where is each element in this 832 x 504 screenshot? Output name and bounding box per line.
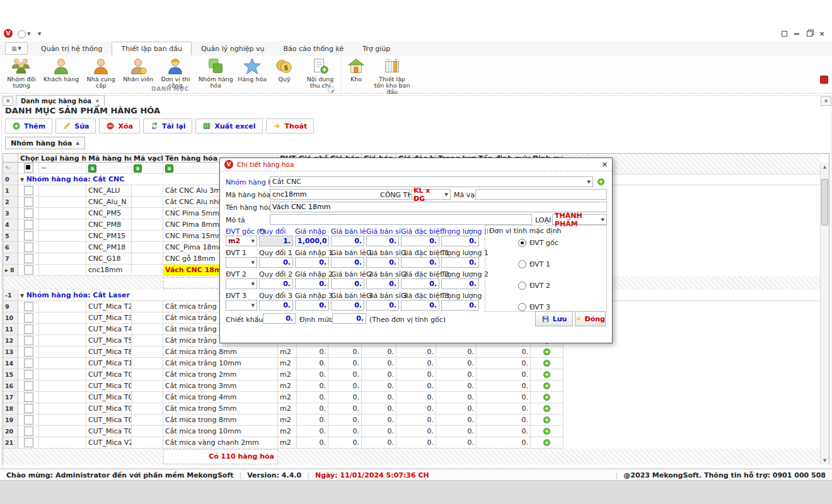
row-checkbox[interactable] xyxy=(24,404,33,413)
unit-combo-0[interactable]: m2▼ xyxy=(226,236,257,246)
group-by-chip[interactable]: Nhóm hàng hóa ▲ xyxy=(5,137,85,149)
scroll-up-icon[interactable]: ▲ xyxy=(821,163,829,171)
row-checkbox[interactable] xyxy=(24,231,33,241)
ribbon-item-initial-stock[interactable]: Thiết lập tồn kho ban đầu xyxy=(372,56,412,95)
row-checkbox[interactable] xyxy=(24,220,33,229)
ribbon-app-button[interactable]: ▦ ▼ xyxy=(5,42,28,55)
close-button[interactable]: Đóng xyxy=(575,311,606,326)
unit-field-1-3[interactable] xyxy=(366,257,399,268)
formula-combo[interactable]: KL x ĐG ▼ xyxy=(411,189,451,200)
cell-dinh-muc-add[interactable] xyxy=(531,426,563,437)
table-row[interactable]: 17CUT_Mica TO4Cắt mica trong 4mmm20.0.0.… xyxy=(3,392,829,403)
minimize-icon[interactable] xyxy=(792,30,802,38)
ribbon-tab-4[interactable]: Trợ giúp xyxy=(353,42,400,55)
column-header-4[interactable]: Mã vạch xyxy=(132,154,163,163)
filter-ma-hang-hoa[interactable]: a xyxy=(86,163,132,174)
excel-button[interactable]: Xuất excel xyxy=(195,118,262,134)
ribbon-tab-1[interactable]: Thiết lập ban đầu xyxy=(112,42,192,55)
ribbon-tab-2[interactable]: Quản lý nghiệp vụ xyxy=(192,42,274,55)
unit-field-3-1[interactable] xyxy=(295,300,329,311)
row-checkbox[interactable] xyxy=(24,347,33,357)
filter-ma-vach[interactable]: a xyxy=(132,163,163,174)
close-window-icon[interactable]: × xyxy=(817,30,827,38)
cell-chon[interactable] xyxy=(18,426,39,437)
barcode-input[interactable] xyxy=(475,189,607,200)
cell-chon[interactable] xyxy=(18,358,39,369)
cell-dinh-muc-add[interactable] xyxy=(531,437,563,449)
name-input[interactable] xyxy=(270,202,607,212)
cell-chon[interactable] xyxy=(18,185,39,197)
filter-checkbox[interactable] xyxy=(24,163,33,173)
row-checkbox[interactable] xyxy=(24,324,33,334)
table-row[interactable]: 18CUT_Mica TO5Cắt mica trong 5mmm20.0.0.… xyxy=(3,403,829,415)
delete-button[interactable]: Xóa xyxy=(99,118,139,134)
cell-chon[interactable] xyxy=(18,197,39,208)
add-group-icon[interactable] xyxy=(597,178,605,186)
scrollbar-thumb[interactable] xyxy=(821,179,828,226)
unit-field-0-3[interactable] xyxy=(366,236,399,246)
unit-field-1-1[interactable] xyxy=(295,257,329,268)
add-button[interactable]: Thêm xyxy=(5,118,52,134)
table-row[interactable]: 20CUT_Mica TO...Cắt mica trong 10mmm20.0… xyxy=(3,426,829,437)
unit-field-2-2[interactable] xyxy=(331,278,364,289)
row-checkbox[interactable] xyxy=(24,427,33,436)
exit-button[interactable]: Thoát xyxy=(266,118,315,134)
unit-field-1-4[interactable] xyxy=(401,257,439,268)
table-row[interactable]: 14CUT_Mica T10Cắt mica trắng 10mmm20.0.0… xyxy=(3,358,829,369)
vertical-scrollbar[interactable]: ▲ ▼ xyxy=(820,163,829,464)
unit-field-0-4[interactable] xyxy=(401,236,439,246)
edit-button[interactable]: Sửa xyxy=(55,118,96,134)
unit-field-2-0[interactable] xyxy=(259,278,293,289)
column-header-1[interactable]: Chọn xyxy=(18,154,39,163)
cell-dinh-muc-add[interactable] xyxy=(531,392,563,403)
column-header-2[interactable]: Loại hàng hóa xyxy=(39,154,86,163)
ribbon-tab-3[interactable]: Báo cáo thống kê xyxy=(274,42,354,55)
cell-dinh-muc-add[interactable] xyxy=(531,358,563,369)
cell-chon[interactable] xyxy=(18,242,39,253)
cell-chon[interactable] xyxy=(18,335,39,346)
row-checkbox[interactable] xyxy=(24,415,33,425)
ribbon-tab-0[interactable]: Quản trị hệ thống xyxy=(32,42,112,55)
row-checkbox[interactable] xyxy=(24,254,33,263)
row-checkbox[interactable] xyxy=(24,336,33,345)
cell-dinh-muc-add[interactable] xyxy=(531,369,563,381)
unit-combo-1[interactable]: ▼ xyxy=(226,257,257,268)
row-checkbox[interactable] xyxy=(24,243,33,252)
close-all-tabs-icon[interactable]: ✕ xyxy=(3,96,13,106)
dialog-close-icon[interactable]: ✕ xyxy=(602,161,608,169)
row-checkbox[interactable] xyxy=(24,197,33,207)
row-checkbox[interactable] xyxy=(24,302,33,311)
unit-field-1-2[interactable] xyxy=(331,257,364,268)
row-checkbox[interactable] xyxy=(24,358,33,368)
cell-dinh-muc-add[interactable] xyxy=(531,346,563,358)
table-row[interactable]: 16CUT_Mica TO3Cắt mica trong 3mmm20.0.0.… xyxy=(3,381,829,392)
save-button[interactable]: Lưu xyxy=(535,311,573,326)
unit-field-2-3[interactable] xyxy=(366,278,399,289)
cell-chon[interactable] xyxy=(18,392,39,403)
table-row[interactable]: 21CUT_Mica V2Cắt mica vàng chanh 2mmm20.… xyxy=(3,437,829,449)
unit-field-1-0[interactable] xyxy=(259,257,293,268)
unit-field-2-4[interactable] xyxy=(401,278,439,289)
unit-field-0-1[interactable] xyxy=(295,236,329,246)
unit-field-1-5[interactable] xyxy=(441,257,479,268)
unit-field-3-2[interactable] xyxy=(331,300,364,311)
close-tab-icon[interactable]: ✕ xyxy=(95,98,100,104)
table-row[interactable]: 13CUT_Mica T8Cắt mica trắng 8mmm20.0.0.0… xyxy=(3,346,829,358)
dialog-title-bar[interactable]: V Chi tiết hàng hóa ✕ xyxy=(220,158,612,171)
unit-field-2-1[interactable] xyxy=(295,278,329,289)
unit-field-3-3[interactable] xyxy=(366,300,399,311)
row-checkbox[interactable] xyxy=(24,186,33,195)
unit-field-3-5[interactable] xyxy=(441,300,479,311)
quick-access-button[interactable] xyxy=(18,30,26,40)
refresh-button[interactable]: Tải lại xyxy=(143,118,193,134)
cell-chon[interactable] xyxy=(18,403,39,415)
cell-chon[interactable] xyxy=(18,219,39,231)
unit-field-3-0[interactable] xyxy=(259,300,293,311)
cell-dinh-muc-add[interactable] xyxy=(531,381,563,392)
maximize-icon[interactable] xyxy=(804,30,814,38)
type-combo[interactable]: THÀNH PHẨM ▼ xyxy=(552,214,607,225)
cell-chon[interactable] xyxy=(18,369,39,381)
cell-chon[interactable] xyxy=(18,381,39,392)
cell-dinh-muc-add[interactable] xyxy=(531,403,563,415)
cell-chon[interactable] xyxy=(18,415,39,426)
